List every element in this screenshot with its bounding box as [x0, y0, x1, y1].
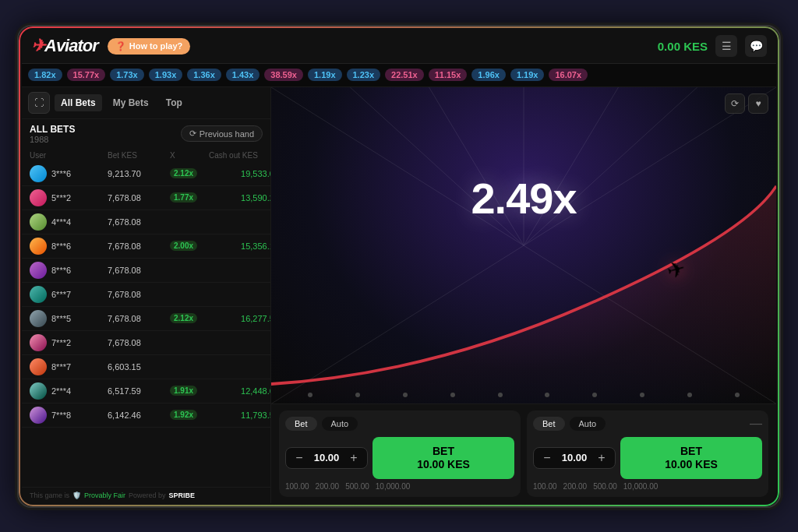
multiplier-badge[interactable]: 1.43x [226, 69, 260, 81]
bet-amount-2: 10.00 [560, 452, 588, 463]
bet-tab-2-auto[interactable]: Auto [570, 417, 606, 431]
multiplier-badge[interactable]: 15.77x [67, 69, 106, 81]
graph-dot [355, 393, 360, 397]
spribe-label: SPRIBE [169, 491, 196, 499]
bet-presets-2: 100.00 200.00 500.00 10,000.00 [533, 482, 762, 491]
chat-button[interactable]: 💬 [745, 35, 767, 57]
expand-icon: ⛶ [34, 97, 44, 108]
multiplier-badge[interactable]: 22.51x [385, 69, 424, 81]
previous-hand-button[interactable]: ⟳ Previous hand [181, 125, 263, 142]
menu-button[interactable]: ☰ [715, 35, 737, 57]
multiplier-badge[interactable]: 1.93x [149, 69, 183, 81]
bet-amount: 7,678.08 [108, 193, 170, 203]
multiplier-badge[interactable]: 1.19x [510, 69, 545, 81]
column-headers: User Bet KES X Cash out KES [22, 149, 270, 162]
header-right: 0.00 KES ☰ 💬 [658, 35, 767, 57]
bet-button-1[interactable]: BET 10.00 KES [373, 437, 514, 479]
bet-panel-1-tabs: Bet Auto [285, 417, 514, 431]
table-row: 2***46,517.591.91x12,448.60 [22, 379, 270, 403]
cashout-amount: 15,356.17 [209, 241, 270, 251]
preset-200[interactable]: 200.00 [316, 482, 340, 491]
table-row: 6***77,678.08 [22, 283, 270, 307]
expand-button[interactable]: ⛶ [28, 92, 50, 114]
preset-500-2[interactable]: 500.00 [593, 482, 617, 491]
bet-presets-1: 100.00 200.00 500.00 10,000.00 [285, 482, 514, 491]
right-panel: 2.49x ✈ ⟳ ♥ [271, 87, 776, 503]
bet-panel-1: Bet Auto − 10.00 + BET 10.00 KES [279, 410, 521, 497]
heart-button[interactable]: ♥ [748, 93, 768, 114]
table-row: 3***69,213.702.12x19,533.04 [22, 162, 270, 186]
bet-panel-2-tabs: Bet Auto — [533, 417, 762, 431]
multiplier-badge[interactable]: 1.73x [110, 69, 144, 81]
cashout-amount: 19,533.04 [209, 169, 270, 178]
preset-10000[interactable]: 10,000.00 [376, 482, 411, 491]
multiplier-history-bar: 1.82x15.77x1.73x1.93x1.36x1.43x38.59x1.1… [22, 64, 776, 87]
table-row: 8***57,678.082.12x16,277.54 [22, 307, 270, 331]
username: 8***6 [51, 241, 71, 251]
multiplier-badge[interactable]: 11.15x [429, 69, 468, 81]
cashout-amount: 12,448.60 [209, 386, 270, 396]
tab-top[interactable]: Top [160, 94, 189, 111]
username: 8***6 [51, 266, 71, 275]
multiplier-badge[interactable]: 1.36x [187, 69, 221, 81]
shield-icon: 🛡️ [72, 491, 81, 499]
multiplier-badge[interactable]: 1.82x [28, 69, 62, 81]
app-frame: ✈Aviator ❓ How to play? 0.00 KES ☰ 💬 1.8… [17, 25, 781, 508]
main-content: ⛶ All Bets My Bets Top ALL BETS 1988 ⟳ P… [22, 87, 776, 503]
table-row: 8***76,603.15 [22, 355, 270, 379]
preset-10000-2[interactable]: 10,000.00 [623, 482, 659, 491]
bet-multiplier: 1.91x [170, 386, 197, 396]
username: 2***4 [51, 386, 71, 396]
table-row: 5***27,678.081.77x13,590.21 [22, 186, 270, 210]
app-logo: ✈Aviator [31, 36, 98, 56]
avatar [30, 310, 47, 327]
username: 7***2 [51, 338, 71, 347]
bet-multiplier: 1.77x [170, 192, 197, 203]
footer-bar: This game is 🛡️ Provably Fair Powered by… [22, 487, 270, 503]
username: 3***6 [51, 169, 71, 178]
preset-100-2[interactable]: 100.00 [533, 482, 557, 491]
avatar [30, 334, 47, 351]
panel-dash[interactable]: — [750, 417, 762, 431]
bet-increase-1[interactable]: + [347, 451, 361, 465]
bet-amount: 6,142.46 [108, 410, 170, 420]
multiplier-badge[interactable]: 38.59x [264, 69, 303, 81]
preset-100[interactable]: 100.00 [285, 482, 309, 491]
bet-tab-2-bet[interactable]: Bet [533, 417, 565, 431]
avatar [30, 189, 47, 206]
multiplier-badge[interactable]: 1.23x [347, 69, 381, 81]
bet-button-2[interactable]: BET 10.00 KES [620, 437, 762, 479]
graph-dot [403, 393, 408, 397]
bet-panels: Bet Auto − 10.00 + BET 10.00 KES [271, 403, 776, 503]
how-to-play-button[interactable]: ❓ How to play? [108, 38, 190, 55]
table-row: 7***27,678.08 [22, 331, 270, 355]
bet-tab-1-auto[interactable]: Auto [322, 417, 358, 431]
multiplier-badge[interactable]: 1.19x [308, 69, 342, 81]
bet-amount: 7,678.08 [108, 241, 170, 251]
graph-dot [592, 393, 597, 397]
avatar [30, 382, 47, 400]
cashout-amount: 11,793.53 [209, 410, 270, 420]
header: ✈Aviator ❓ How to play? 0.00 KES ☰ 💬 [22, 30, 776, 64]
bet-tab-1-bet[interactable]: Bet [285, 417, 317, 431]
refresh-button[interactable]: ⟳ [725, 93, 745, 114]
bet-decrease-2[interactable]: − [540, 451, 554, 465]
avatar [30, 165, 47, 182]
bet-multiplier: 2.00x [170, 241, 197, 251]
tab-all-bets[interactable]: All Bets [55, 94, 102, 111]
bet-amount: 7,678.08 [108, 217, 170, 227]
multiplier-badge[interactable]: 1.96x [471, 69, 506, 81]
preset-200-2[interactable]: 200.00 [563, 482, 588, 491]
cashout-amount: 13,590.21 [209, 193, 270, 203]
bet-amount: 6,603.15 [108, 362, 170, 372]
menu-icon: ☰ [722, 40, 732, 52]
bet-decrease-1[interactable]: − [292, 451, 306, 465]
bet-increase-2[interactable]: + [595, 451, 609, 465]
game-area: 2.49x ✈ ⟳ ♥ [271, 87, 776, 403]
multiplier-badge[interactable]: 16.07x [549, 69, 588, 81]
preset-500[interactable]: 500.00 [345, 482, 369, 491]
balance-display: 0.00 KES [658, 40, 708, 53]
bets-count: 1988 [30, 135, 75, 144]
tab-my-bets[interactable]: My Bets [107, 94, 155, 111]
username: 8***7 [51, 362, 71, 372]
